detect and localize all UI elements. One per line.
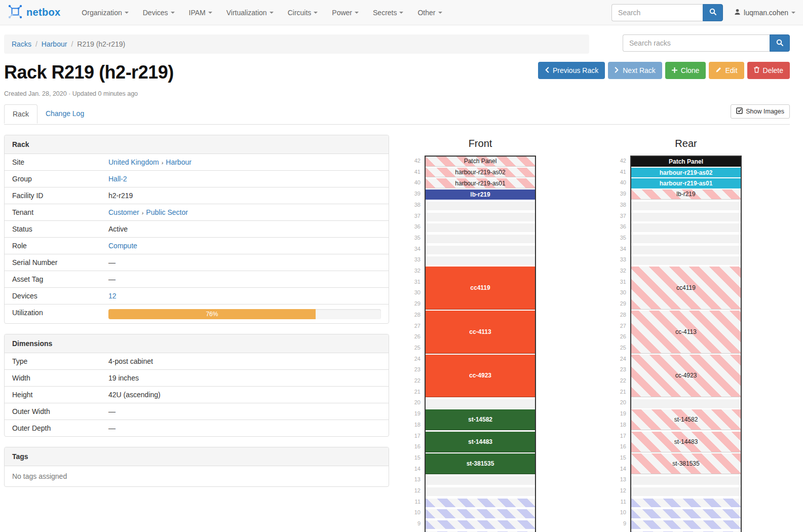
attribute-link[interactable]: 12 bbox=[108, 292, 117, 300]
rack-unit-empty[interactable] bbox=[631, 246, 741, 254]
tab-change-log[interactable]: Change Log bbox=[37, 104, 92, 123]
tab-rack[interactable]: Rack bbox=[4, 104, 37, 124]
attribute-link[interactable]: Harbour bbox=[166, 158, 192, 166]
clone-button[interactable]: Clone bbox=[665, 62, 706, 79]
rack-unit-device[interactable]: cc-4113 bbox=[631, 311, 741, 354]
attribute-value: Compute bbox=[108, 238, 389, 254]
nav-menu-devices[interactable]: Devices bbox=[136, 0, 182, 25]
breadcrumb-link[interactable]: Harbour bbox=[42, 40, 67, 48]
previous-rack-button[interactable]: Previous Rack bbox=[538, 62, 605, 79]
rack-unit-empty[interactable] bbox=[426, 399, 535, 408]
attribute-link[interactable]: Customer bbox=[108, 208, 139, 216]
delete-button[interactable]: Delete bbox=[747, 62, 790, 79]
global-search-button[interactable] bbox=[703, 4, 723, 21]
rack-unit-device[interactable]: harbour-r219-as01 bbox=[631, 178, 741, 188]
nav-menu-power[interactable]: Power bbox=[325, 0, 366, 25]
rack-unit-device[interactable]: harbour-r219-as01 bbox=[426, 178, 535, 188]
unit-number: 31 bbox=[405, 277, 420, 288]
rack-unit-empty[interactable] bbox=[426, 235, 535, 243]
rack-unit-device[interactable]: cc-4113 bbox=[426, 311, 535, 354]
rack-unit-reserved[interactable] bbox=[631, 499, 741, 507]
search-icon bbox=[709, 8, 716, 17]
nav-menu-secrets[interactable]: Secrets bbox=[366, 0, 410, 25]
rack-unit-reserved[interactable] bbox=[426, 499, 535, 507]
unit-number: 42 bbox=[405, 156, 420, 167]
next-rack-button[interactable]: Next Rack bbox=[608, 62, 662, 79]
rack-unit-empty[interactable] bbox=[631, 213, 741, 221]
rack-unit-reserved[interactable] bbox=[426, 509, 535, 518]
rack-unit-empty[interactable] bbox=[426, 223, 535, 232]
unit-number: 20 bbox=[611, 397, 626, 408]
rack-unit-device[interactable]: st-381535 bbox=[426, 453, 535, 474]
nav-menu-circuits[interactable]: Circuits bbox=[281, 0, 325, 25]
rack-unit-empty[interactable] bbox=[631, 223, 741, 232]
rack-search-input[interactable] bbox=[623, 34, 770, 52]
unit-number: 36 bbox=[611, 221, 626, 233]
breadcrumb-link[interactable]: Racks bbox=[12, 40, 31, 48]
rack-unit-empty[interactable] bbox=[426, 213, 535, 221]
rack-unit-device[interactable]: cc-4923 bbox=[631, 355, 741, 398]
unit-number: 29 bbox=[611, 298, 626, 310]
nav-menu-ipam[interactable]: IPAM bbox=[182, 0, 219, 25]
rack-unit-empty[interactable] bbox=[426, 246, 535, 254]
chevron-right-icon bbox=[615, 66, 619, 74]
rack-unit-device[interactable]: lb-r219 bbox=[426, 189, 535, 200]
unit-number: 36 bbox=[405, 221, 420, 233]
unit-number: 13 bbox=[405, 474, 420, 485]
rack-unit-empty[interactable] bbox=[631, 476, 741, 485]
attribute-label: Asset Tag bbox=[5, 271, 108, 287]
rack-unit-device[interactable]: cc4119 bbox=[426, 267, 535, 310]
rack-unit-device[interactable]: Patch Panel bbox=[426, 157, 535, 167]
rack-unit-empty[interactable] bbox=[631, 256, 741, 265]
rack-unit-device[interactable]: st-14582 bbox=[631, 409, 741, 430]
rack-unit-device[interactable]: cc4119 bbox=[631, 267, 741, 310]
attribute-label: Type bbox=[5, 353, 108, 369]
rack-unit-device[interactable]: cc-4923 bbox=[426, 355, 535, 398]
rack-unit-reserved[interactable] bbox=[631, 520, 741, 529]
attribute-link[interactable]: Public Sector bbox=[146, 208, 187, 216]
attribute-link[interactable]: Compute bbox=[108, 242, 137, 250]
rack-unit-empty[interactable] bbox=[631, 235, 741, 243]
unit-number: 21 bbox=[611, 387, 626, 398]
attribute-link[interactable]: Hall-2 bbox=[108, 175, 127, 183]
rack-unit-device[interactable]: st-14582 bbox=[426, 409, 535, 430]
breadcrumb-item: Racks bbox=[12, 40, 31, 48]
rack-search-button[interactable] bbox=[770, 34, 790, 52]
rack-unit-empty[interactable] bbox=[426, 256, 535, 265]
unit-number: 30 bbox=[611, 287, 626, 298]
unit-number: 32 bbox=[405, 265, 420, 277]
show-images-button[interactable]: Show Images bbox=[731, 104, 790, 119]
rack-unit-device[interactable]: st-14483 bbox=[426, 432, 535, 452]
user-menu[interactable]: luqman.cohen bbox=[734, 9, 795, 17]
rack-unit-device[interactable]: harbour-r219-as02 bbox=[631, 168, 741, 178]
rack-unit-reserved[interactable] bbox=[426, 520, 535, 529]
rack-panel: Rack SiteUnited Kingdom›HarbourGroupHall… bbox=[4, 135, 389, 324]
rack-unit-empty[interactable] bbox=[631, 399, 741, 408]
rack-unit-reserved[interactable] bbox=[631, 509, 741, 518]
rack-unit-device[interactable]: st-381535 bbox=[631, 453, 741, 474]
nav-menu-other[interactable]: Other bbox=[410, 0, 449, 25]
nav-menu-virtualization[interactable]: Virtualization bbox=[219, 0, 281, 25]
tags-empty-text: No tags assigned bbox=[5, 466, 389, 486]
rack-unit-device[interactable]: st-14483 bbox=[631, 432, 741, 452]
rack-unit-device[interactable]: lb-r219 bbox=[631, 189, 741, 200]
attribute-link[interactable]: United Kingdom bbox=[108, 158, 159, 166]
rack-unit-device[interactable]: harbour-r219-as02 bbox=[426, 168, 535, 178]
unit-number: 26 bbox=[611, 331, 626, 343]
attribute-row: Serial Number— bbox=[5, 254, 389, 271]
netbox-brand[interactable]: netbox bbox=[8, 4, 60, 21]
rack-unit-empty[interactable] bbox=[631, 202, 741, 210]
attribute-row: Height42U (ascending) bbox=[5, 386, 389, 403]
global-search-input[interactable] bbox=[611, 4, 703, 21]
rack-unit-empty[interactable] bbox=[426, 476, 535, 485]
nav-menu-label: Other bbox=[417, 9, 435, 17]
rack-unit-device[interactable]: Patch Panel bbox=[631, 157, 741, 167]
rack-unit-empty[interactable] bbox=[426, 202, 535, 210]
edit-button[interactable]: Edit bbox=[709, 62, 744, 79]
unit-number: 12 bbox=[611, 485, 626, 497]
rack-unit-empty[interactable] bbox=[426, 487, 535, 496]
unit-number: 17 bbox=[611, 431, 626, 442]
rack-unit-empty[interactable] bbox=[631, 487, 741, 496]
nav-menu-organization[interactable]: Organization bbox=[74, 0, 135, 25]
unit-number: 24 bbox=[611, 354, 626, 365]
